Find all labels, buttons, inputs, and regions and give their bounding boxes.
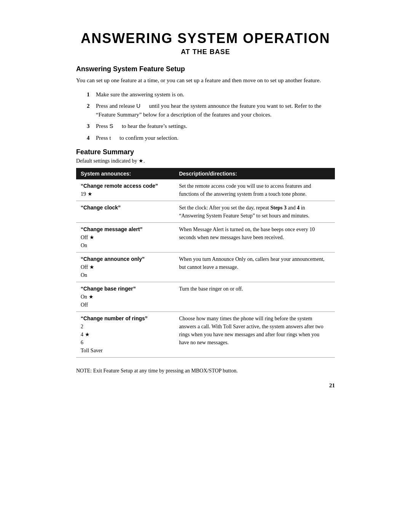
step-1: 1 Make sure the answering system is on.: [87, 90, 335, 99]
sub-option-5b: Off: [81, 302, 88, 308]
table-cell-desc: Choose how many times the phone will rin…: [174, 312, 335, 358]
table-cell-system: “Change clock”: [76, 201, 174, 223]
sub-option-5a: On ★: [81, 294, 94, 300]
steps-list: 1 Make sure the answering system is on. …: [87, 90, 335, 142]
note-text: NOTE: Exit Feature Setup at any time by …: [76, 367, 335, 375]
table-cell-desc: Turn the base ringer on or off.: [174, 282, 335, 312]
step-2-text: Press and release U until you hear the s…: [96, 102, 335, 119]
key-s: S: [109, 123, 113, 129]
table-cell-system: “Change number of rings” 2 4 ★ 6 Toll Sa…: [76, 312, 174, 358]
system-announce-1: “Change remote access code”: [81, 183, 158, 189]
table-cell-desc: Set the remote access code you will use …: [174, 179, 335, 201]
subtitle: AT THE BASE: [76, 48, 335, 56]
sub-option-6b: 4 ★: [81, 332, 90, 337]
feature-summary-title: Feature Summary: [76, 148, 335, 156]
system-announce-2: “Change clock”: [81, 204, 121, 211]
default-note: Default settings indicated by ★.: [76, 158, 335, 164]
table-row: “Change clock” Set the clock: After you …: [76, 201, 335, 223]
key-u: U: [136, 102, 140, 109]
step-1-text: Make sure the answering system is on.: [96, 90, 184, 99]
system-announce-5: “Change base ringer”: [81, 286, 136, 292]
table-header-row: System announces: Description/directions…: [76, 168, 335, 179]
sub-option-6a: 2: [81, 324, 83, 329]
table-cell-system: “Change base ringer” On ★ Off: [76, 282, 174, 312]
table-row: “Change message alert” Off ★ On When Mes…: [76, 223, 335, 252]
table-row: “Change base ringer” On ★ Off Turn the b…: [76, 282, 335, 312]
intro-text: You can set up one feature at a time, or…: [76, 76, 335, 85]
sub-option-6c: 6: [81, 340, 83, 345]
sub-option-4a: Off ★: [81, 264, 94, 270]
table-row: “Change announce only” Off ★ On When you…: [76, 252, 335, 282]
sub-option-1: 19 ★: [81, 191, 92, 197]
step-4: 4 Press t to confirm your selection.: [87, 134, 335, 142]
step-4-num: 4: [87, 134, 96, 142]
step-2-num: 2: [87, 102, 96, 119]
table-row: “Change number of rings” 2 4 ★ 6 Toll Sa…: [76, 312, 335, 358]
table-cell-desc: Set the clock: After you set the day, re…: [174, 201, 335, 223]
bold-step4: 4: [297, 205, 299, 211]
step-2: 2 Press and release U until you hear the…: [87, 102, 335, 119]
step-3: 3 Press S to hear the feature’s settings…: [87, 122, 335, 131]
page-number: 21: [76, 382, 335, 389]
table-cell-system: “Change announce only” Off ★ On: [76, 252, 174, 282]
feature-table: System announces: Description/directions…: [76, 168, 335, 358]
table-row: “Change remote access code” 19 ★ Set the…: [76, 179, 335, 201]
system-announce-6: “Change number of rings”: [81, 315, 148, 321]
col-header-system: System announces:: [76, 168, 174, 179]
table-cell-desc: When you turn Announce Only on, callers …: [174, 252, 335, 282]
sub-option-3b: On: [81, 243, 87, 248]
sub-option-6d: Toll Saver: [81, 348, 103, 353]
main-title: ANSWERING SYSTEM OPERATION: [76, 30, 335, 46]
section1-title: Answering System Feature Setup: [76, 65, 335, 73]
table-cell-system: “Change remote access code” 19 ★: [76, 179, 174, 201]
step-3-num: 3: [87, 122, 96, 131]
col-header-desc: Description/directions:: [174, 168, 335, 179]
sub-option-3a: Off ★: [81, 235, 94, 240]
sub-option-4b: On: [81, 272, 87, 278]
bold-steps: Steps 3: [271, 205, 287, 211]
system-announce-3: “Change message alert”: [81, 226, 143, 232]
step-3-text: Press S to hear the feature’s settings.: [96, 122, 187, 131]
table-cell-desc: When Message Alert is turned on, the bas…: [174, 223, 335, 252]
step-1-num: 1: [87, 90, 96, 99]
system-announce-4: “Change announce only”: [81, 256, 145, 262]
step-4-text: Press t to confirm your selection.: [96, 134, 178, 142]
table-cell-system: “Change message alert” Off ★ On: [76, 223, 174, 252]
page-container: ANSWERING SYSTEM OPERATION AT THE BASE A…: [76, 0, 335, 532]
